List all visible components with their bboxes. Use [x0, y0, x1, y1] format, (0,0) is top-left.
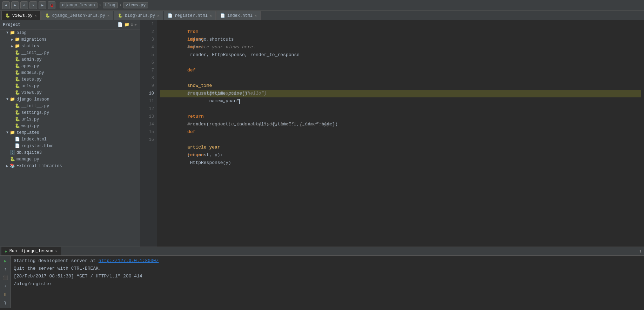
console-link-server[interactable]: http://127.0.0.1:8000/ — [99, 257, 159, 265]
sidebar-item-db-sqlite3[interactable]: 🗄️ db.sqlite3 — [0, 149, 140, 156]
ext-libs-icon: 📚 — [10, 163, 15, 168]
sidebar-item-admin[interactable]: 🐍 admin.py — [0, 56, 140, 63]
sidebar-item-index-html[interactable]: 📄 index.html — [0, 136, 140, 143]
sidebar-item-apps[interactable]: 🐍 apps.py — [0, 63, 140, 69]
stop-btn[interactable]: ✕ — [29, 1, 37, 9]
django-lesson-arrow: ▼ — [5, 97, 10, 101]
sidebar-item-templates[interactable]: ▼ 📁 templates — [0, 129, 140, 136]
sidebar-item-register-html[interactable]: 📄 register.html — [0, 143, 140, 149]
debug-btn[interactable]: 🐞 — [48, 1, 55, 9]
console-output: Starting development server at http://12… — [11, 256, 644, 308]
tab-blog-urls-label: blog\urls.py — [125, 13, 155, 18]
statics-arrow: ▶ — [10, 44, 15, 48]
sidebar-item-init-blog[interactable]: 🐍 __init__.py — [0, 49, 140, 56]
run-tab-icon: ▶ — [5, 249, 7, 254]
sidebar-item-django-lesson[interactable]: ▼ 📁 django_lesson — [0, 96, 140, 103]
breadcrumb: django_lesson › blog › views.py — [60, 2, 148, 8]
tab-views-py[interactable]: 🐍 views.py ✕ — [1, 11, 41, 20]
code-line-15 — [160, 128, 641, 136]
forward-btn[interactable]: ▶ — [11, 1, 19, 9]
ln-11: 11 — [143, 97, 154, 105]
console-step-btn[interactable]: ⤵ — [1, 299, 9, 307]
sidebar-item-models[interactable]: 🐍 models.py — [0, 69, 140, 76]
sidebar-item-views-label: views.py — [21, 90, 42, 95]
sidebar-settings-icon[interactable]: ⚙ — [131, 22, 133, 27]
sidebar-item-urls-dj[interactable]: 🐍 urls.py — [0, 116, 140, 123]
main-layout: Project 📄 📁 ⚙ ⇤ ▼ 📁 blog ▶ 📁 migrations — [0, 20, 644, 247]
console-text-3: [28/Feb/2017 08:51:38] “GET / HTTP/1.1” … — [14, 273, 142, 280]
ln-4: 4 — [143, 43, 154, 51]
bottom-tab-run-close[interactable]: ✕ — [55, 249, 58, 253]
tab-register[interactable]: 📄 register.html ✕ — [164, 11, 216, 20]
sidebar-new-folder-icon[interactable]: 📁 — [124, 22, 129, 27]
db-sqlite3-icon: 🗄️ — [10, 150, 15, 155]
code-editor[interactable]: 1 2 3 4 5 6 7 8 9 10 11 12 13 14 15 16 — [140, 20, 644, 247]
sidebar-item-views[interactable]: 🐍 views.py — [0, 89, 140, 96]
templates-folder-icon: 📁 — [10, 130, 15, 135]
text-cursor — [239, 99, 240, 104]
back-btn[interactable]: ◀ — [2, 1, 10, 9]
bottom-tab-run-label: Run — [9, 249, 17, 254]
breadcrumb-file[interactable]: views.py — [123, 2, 148, 8]
sidebar-item-urls-blog[interactable]: 🐍 urls.py — [0, 83, 140, 89]
console-down-btn[interactable]: ↓ — [1, 282, 9, 290]
console-up-btn[interactable]: ↑ — [1, 266, 9, 273]
sidebar-item-tests[interactable]: 🐍 tests.py — [0, 76, 140, 83]
sidebar-item-init-dj[interactable]: 🐍 __init__.py — [0, 103, 140, 109]
tab-index[interactable]: 📄 index.html ✕ — [216, 11, 261, 20]
sidebar-collapse-icon[interactable]: ⇤ — [135, 22, 137, 27]
tab-blog-urls-icon: 🐍 — [118, 13, 123, 18]
sidebar-item-statics[interactable]: ▶ 📁 statics — [0, 43, 140, 49]
sidebar-item-db-sqlite3-label: db.sqlite3 — [16, 150, 42, 155]
refresh-btn[interactable]: ↺ — [20, 1, 28, 9]
tab-blog-urls-close[interactable]: ✕ — [157, 14, 159, 18]
index-html-icon: 📄 — [15, 137, 20, 142]
ln-8: 8 — [143, 74, 154, 82]
sidebar-item-django-lesson-label: django_lesson — [16, 97, 49, 102]
console-run-btn[interactable]: ▶ — [1, 257, 9, 265]
breadcrumb-project[interactable]: django_lesson — [60, 2, 98, 8]
ln-9: 9 — [143, 82, 154, 90]
tab-django-urls-close[interactable]: ✕ — [107, 14, 109, 18]
code-line-1: from django.shortcuts import render, Htt… — [160, 20, 641, 28]
ln-3: 3 — [143, 36, 154, 43]
console-toolbar: ▶ ↑ ⬛ ↓ ⏸ ⤵ — [0, 256, 11, 308]
tab-register-close[interactable]: ✕ — [210, 14, 212, 18]
sidebar-item-manage[interactable]: 🐍 manage.py — [0, 156, 140, 163]
migrations-folder-icon: 📁 — [15, 37, 20, 42]
sidebar-item-wsgi[interactable]: 🐍 wsgi.py — [0, 123, 140, 129]
bottom-panel-maximize[interactable]: ⬆ — [639, 248, 642, 254]
console-pause-btn[interactable]: ⏸ — [1, 291, 9, 298]
blog-folder-icon: 📁 — [10, 30, 15, 35]
sidebar-item-apps-label: apps.py — [21, 64, 39, 69]
ln-10: 10 — [143, 90, 154, 97]
sidebar-item-settings[interactable]: 🐍 settings.py — [0, 109, 140, 116]
bottom-tab-run[interactable]: ▶ Run django_lesson ✕ — [1, 247, 61, 255]
sidebar-new-file-icon[interactable]: 📄 — [118, 22, 123, 27]
console-line-2: Quit the server with CTRL-BREAK. — [14, 265, 641, 273]
tab-index-close[interactable]: ✕ — [255, 14, 257, 18]
run-btn[interactable]: ▶ — [39, 1, 46, 9]
sidebar-item-external-libs[interactable]: ▶ 📚 External Libraries — [0, 163, 140, 169]
apps-icon: 🐍 — [15, 63, 20, 69]
sidebar-item-migrations[interactable]: ▶ 📁 migrations — [0, 36, 140, 43]
sidebar-item-urls-blog-label: urls.py — [21, 84, 39, 89]
sidebar-item-settings-label: settings.py — [21, 110, 49, 115]
breadcrumb-blog[interactable]: blog — [103, 2, 118, 8]
code-line-2: import time — [160, 28, 641, 36]
sidebar-item-blog[interactable]: ▼ 📁 blog — [0, 29, 140, 36]
sidebar-title: Project — [3, 22, 20, 27]
breadcrumb-sep-2: › — [119, 3, 122, 8]
sidebar-item-admin-label: admin.py — [21, 57, 42, 62]
code-line-16: return HttpResponse(y) — [160, 136, 641, 144]
console-line-3: [28/Feb/2017 08:51:38] “GET / HTTP/1.1” … — [14, 273, 641, 280]
tab-views-close[interactable]: ✕ — [35, 14, 37, 18]
sidebar-item-statics-label: statics — [21, 44, 39, 49]
editor-tabs-bar: 🐍 views.py ✕ 🐍 django_lesson\urls.py ✕ 🐍… — [0, 11, 644, 20]
ln-15: 15 — [143, 128, 154, 136]
code-line-6: def show_time (requset): — [160, 59, 641, 67]
views-icon: 🐍 — [15, 90, 20, 95]
tab-blog-urls[interactable]: 🐍 blog\urls.py ✕ — [114, 11, 163, 20]
tab-django-urls[interactable]: 🐍 django_lesson\urls.py ✕ — [41, 11, 113, 20]
console-stop-btn[interactable]: ⬛ — [1, 274, 9, 282]
